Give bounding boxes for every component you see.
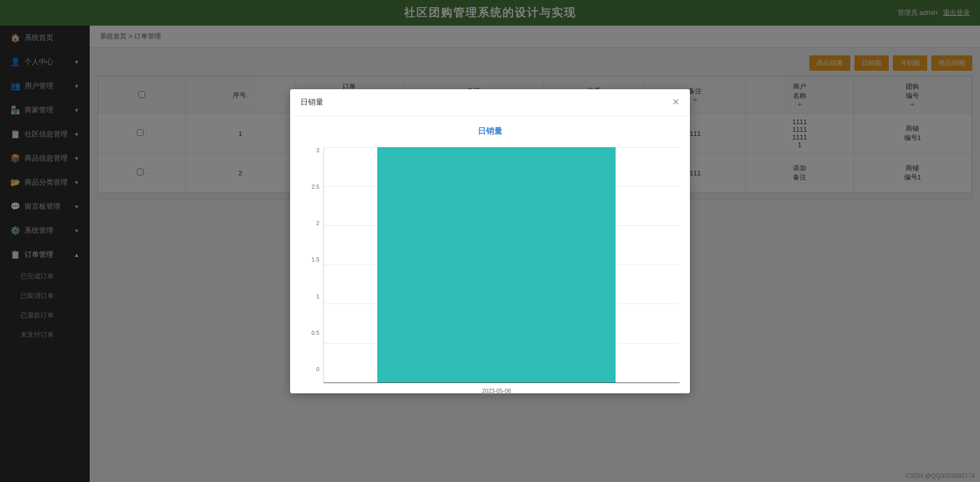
- y-label-0: 0: [316, 366, 319, 372]
- y-label-2-5: 2.5: [312, 184, 319, 190]
- y-label-2: 2: [316, 220, 319, 226]
- chart-title: 日销量: [300, 126, 680, 137]
- modal-overlay: 日销量 ✕ 日销量 3 2.5 2 1.5 1 0.5 0: [0, 0, 980, 482]
- chart-bar: [377, 147, 616, 383]
- y-label-1: 1: [316, 293, 319, 299]
- chart-plot: 2023-05-08: [323, 147, 680, 383]
- modal-body: 日销量 3 2.5 2 1.5 1 0.5 0: [290, 116, 690, 393]
- modal-title: 日销量: [300, 97, 323, 107]
- y-label-0-5: 0.5: [312, 330, 319, 336]
- daily-sales-modal: 日销量 ✕ 日销量 3 2.5 2 1.5 1 0.5 0: [290, 89, 690, 393]
- chart-y-axis: 3 2.5 2 1.5 1 0.5 0: [300, 147, 323, 383]
- x-label: 2023-05-08: [482, 388, 511, 393]
- chart-area: 3 2.5 2 1.5 1 0.5 0: [300, 147, 680, 383]
- modal-header: 日销量 ✕: [290, 89, 690, 116]
- y-label-1-5: 1.5: [312, 256, 319, 263]
- y-label-3: 3: [316, 147, 319, 153]
- modal-close-button[interactable]: ✕: [672, 97, 680, 107]
